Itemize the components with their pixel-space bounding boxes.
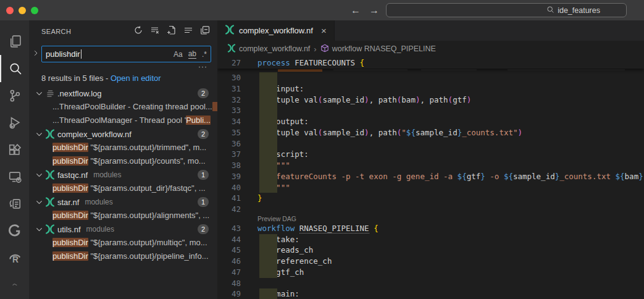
activity-bar-r-language[interactable]: R xyxy=(0,245,29,272)
search-result-match-row[interactable]: publishDir "${params.output_dir}/fastqc"… xyxy=(29,182,217,195)
code-line-30[interactable]: 30 xyxy=(217,72,644,83)
close-icon[interactable]: × xyxy=(321,25,327,36)
activity-bar-explorer[interactable] xyxy=(0,28,29,55)
activity-bar-search[interactable] xyxy=(0,55,29,82)
new-search-editor-button[interactable] xyxy=(167,27,177,36)
zoom-window-button[interactable] xyxy=(31,7,38,14)
chevron-down-icon[interactable] xyxy=(35,226,43,233)
nextflow-icon xyxy=(45,224,55,234)
line-number: 33 xyxy=(217,105,241,116)
code-line-46[interactable]: 46 reference_ch xyxy=(217,256,644,267)
clear-results-button[interactable] xyxy=(150,27,160,36)
line-number: 36 xyxy=(217,138,241,150)
activity-bar-extensions[interactable] xyxy=(0,137,29,164)
whole-word-toggle[interactable]: ab xyxy=(188,49,196,59)
code-line-33[interactable]: 33 xyxy=(217,105,644,116)
code-line-37[interactable]: 37 script: xyxy=(217,149,644,160)
search-input[interactable]: publishdir Aaab.* xyxy=(41,46,211,62)
search-result-match-row[interactable]: publishDir "${params.output}/counts", mo… xyxy=(29,154,217,168)
minimize-window-button[interactable] xyxy=(19,7,26,14)
match-count-badge: 1 xyxy=(198,197,209,207)
search-query-text: publishdir xyxy=(46,49,80,59)
sticky-scroll-line[interactable]: 27process FEATURECOUNTS { xyxy=(217,57,644,69)
chevron-down-icon[interactable] xyxy=(35,199,43,206)
code-line-42[interactable]: 42 xyxy=(217,204,644,215)
search-result-match-row[interactable]: publishDir "${params.output}/multiqc", m… xyxy=(29,236,217,250)
search-result-file-row[interactable]: fastqc.nfmodules1 xyxy=(29,168,217,182)
line-number: 49 xyxy=(217,288,241,299)
refresh-button[interactable] xyxy=(133,27,143,36)
chevron-down-icon[interactable] xyxy=(35,131,43,138)
line-number: 43 xyxy=(217,223,241,234)
extensions-icon xyxy=(8,143,22,157)
search-result-file-row[interactable]: .nextflow.log2 xyxy=(29,86,217,100)
clear-results-icon xyxy=(150,25,160,38)
code-line-45[interactable]: 45 reads_ch xyxy=(217,245,644,256)
code-line-41[interactable]: 41} xyxy=(217,193,644,204)
toggle-replace-chevron-icon[interactable] xyxy=(31,46,40,56)
tab-complex-workflow[interactable]: complex_workflow.nf × xyxy=(217,20,335,41)
activity-bar-remote-explorer[interactable] xyxy=(0,164,29,191)
panel-title: SEARCH xyxy=(41,28,133,35)
chevron-down-icon[interactable] xyxy=(35,172,43,179)
activity-bar-source-control[interactable] xyxy=(0,82,29,109)
close-window-button[interactable] xyxy=(6,7,14,14)
code-line-38[interactable]: 38 """ xyxy=(217,160,644,171)
source-control-icon xyxy=(8,89,22,103)
back-button[interactable]: ← xyxy=(351,5,361,16)
match-count-badge: 2 xyxy=(198,224,209,234)
activity-bar-run-debug[interactable] xyxy=(0,109,29,137)
use-regex-toggle[interactable]: .* xyxy=(202,50,207,59)
line-number: 44 xyxy=(217,234,241,245)
code-line-47[interactable]: 47 gtf_ch xyxy=(217,267,644,278)
results-summary: 8 results in 5 files - Open in editor xyxy=(29,71,217,86)
file-name: fastqc.nf xyxy=(57,171,88,180)
codelens-preview-dag[interactable]: Preview DAG xyxy=(217,215,644,223)
text-caret xyxy=(81,49,82,59)
breadcrumb-file[interactable]: complex_workflow.nf xyxy=(239,44,310,53)
code-line-44[interactable]: 44 take: xyxy=(217,234,644,245)
search-result-match-row[interactable]: ...ThreadPoolManager - Thread pool 'Publ… xyxy=(29,114,217,127)
search-result-match-row[interactable]: publishDir "${params.output}/alignments"… xyxy=(29,209,217,222)
breadcrumb-symbol[interactable]: workflow RNASEQ_PIPELINE xyxy=(332,44,436,53)
search-icon xyxy=(546,6,554,15)
forward-button[interactable]: → xyxy=(369,5,379,16)
titlebar: ← → ide_features xyxy=(0,0,644,20)
activity-bar-cloud[interactable] xyxy=(0,272,29,299)
search-result-file-row[interactable]: utils.nfmodules2 xyxy=(29,222,217,236)
collapse-all-icon xyxy=(200,25,210,38)
code-line-35[interactable]: 35 tuple val(sample_id), path("${sample_… xyxy=(217,127,644,138)
code-line-40[interactable]: 40 """ xyxy=(217,182,644,193)
code-line-43[interactable]: 43workflow RNASEQ_PIPELINE { xyxy=(217,223,644,234)
search-result-match-row[interactable]: publishDir "${params.output}/trimmed", m… xyxy=(29,141,217,154)
toggle-search-details-button[interactable]: ··· xyxy=(29,62,217,71)
code-line-31[interactable]: 31 input: xyxy=(217,83,644,95)
code-line-39[interactable]: 39 featureCounts -p -t exon -g gene_id -… xyxy=(217,171,644,182)
log-file-icon xyxy=(45,88,55,98)
tasks-icon xyxy=(8,197,22,211)
chevron-down-icon[interactable] xyxy=(35,90,43,97)
line-number: 30 xyxy=(217,72,241,83)
command-center[interactable]: ide_features xyxy=(386,3,627,17)
code-line-34[interactable]: 34 output: xyxy=(217,116,644,127)
activity-bar-tasks[interactable] xyxy=(0,190,29,217)
code-line-32[interactable]: 32 tuple val(sample_id), path(bam), path… xyxy=(217,95,644,106)
code-line-36[interactable]: 36 xyxy=(217,138,644,150)
code-line-48[interactable]: 48 xyxy=(217,278,644,289)
search-result-file-row[interactable]: complex_workflow.nf2 xyxy=(29,127,217,141)
activity-bar-gitlens[interactable] xyxy=(0,217,29,245)
code-editor[interactable]: 27process FEATURECOUNTS { 3031 input:32 … xyxy=(217,57,644,299)
collapse-all-button[interactable] xyxy=(200,27,210,36)
line-number: 42 xyxy=(217,204,241,215)
match-count-badge: 2 xyxy=(198,88,209,98)
code-line-49[interactable]: 49 main: xyxy=(217,288,644,299)
file-name: .nextflow.log xyxy=(57,89,102,98)
open-in-editor-link[interactable]: Open in editor xyxy=(111,74,161,83)
remote-icon xyxy=(8,170,22,183)
search-result-match-row[interactable]: publishDir "${params.output}/pipeline_in… xyxy=(29,250,217,263)
search-result-match-row[interactable]: ...ThreadPoolBuilder - Creating thread p… xyxy=(29,100,217,114)
search-result-file-row[interactable]: star.nfmodules1 xyxy=(29,195,217,209)
match-case-toggle[interactable]: Aa xyxy=(174,50,183,59)
line-number: 31 xyxy=(217,83,241,95)
view-as-list-button[interactable] xyxy=(183,27,193,36)
